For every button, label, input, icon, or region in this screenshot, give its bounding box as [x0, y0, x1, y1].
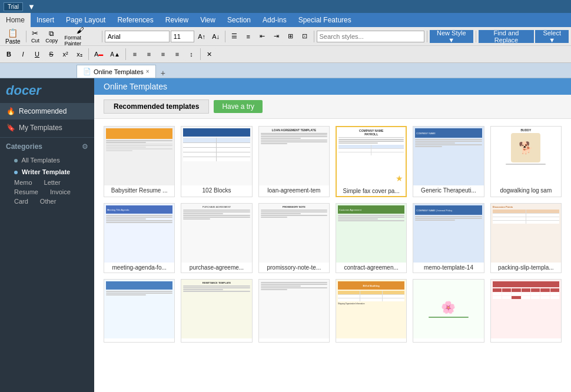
template-thumb-6: BUDDY 🐕 [491, 127, 561, 185]
template-card-10[interactable]: Customer Agreement contract-agreemen... [336, 203, 407, 273]
template-card-4[interactable]: COMPANY NAMEPAYROLL ★ Simple fax cover p… [336, 126, 407, 197]
merge-cell[interactable]: ⊡ [298, 30, 311, 43]
justify[interactable]: ≡ [171, 48, 184, 61]
menu-references[interactable]: References [111, 13, 159, 27]
list-unordered[interactable]: ☰ [228, 30, 241, 43]
template-card-18[interactable] [490, 279, 562, 343]
templates-header: Online Templates [94, 78, 571, 95]
sidebar: docer 🔥 Recommended 🔖 My Templates Categ… [0, 78, 94, 392]
template-card-7[interactable]: Meeting Title Agenda meeting-agenda-fo..… [104, 203, 175, 273]
tab-close-btn[interactable]: × [146, 68, 150, 75]
template-label-2: 102 Blocks [181, 185, 251, 195]
align-left[interactable]: ≡ [128, 48, 141, 61]
align-center[interactable]: ≡ [142, 48, 155, 61]
template-card-11[interactable]: COMPANY NAME | Internal Policy memo-temp… [413, 203, 484, 273]
bold-button[interactable]: B [2, 48, 15, 61]
template-label-18 [491, 338, 561, 342]
main-layout: docer 🔥 Recommended 🔖 My Templates Categ… [0, 78, 571, 392]
sidebar-item-memo[interactable]: Memo [14, 179, 32, 186]
underline-button[interactable]: U [31, 48, 44, 61]
cut-button[interactable]: ✂ Cut [28, 30, 42, 43]
template-card-13[interactable] [104, 279, 175, 343]
template-label-14 [181, 338, 251, 342]
sidebar-item-card[interactable]: Card [14, 198, 28, 205]
line-spacing[interactable]: ↕ [185, 48, 198, 61]
italic-button[interactable]: I [16, 48, 29, 61]
template-card-2[interactable]: 102 Blocks [181, 126, 252, 197]
strikethrough-button[interactable]: S [45, 48, 58, 61]
template-card-16[interactable]: Bill of Auditing [336, 279, 407, 343]
paste-button[interactable]: 📋 Paste [2, 30, 24, 43]
format-painter-button[interactable]: 🖌 Format Painter [61, 30, 99, 43]
template-card-17[interactable]: 🌸 [413, 279, 484, 343]
list-ordered[interactable]: ≡ [242, 30, 255, 43]
template-thumb-14: REMITTANCE TEMPLATE [181, 280, 251, 338]
template-card-14[interactable]: REMITTANCE TEMPLATE [181, 279, 252, 343]
sidebar-item-resume[interactable]: Resume [14, 188, 38, 195]
highlight-button[interactable]: A▲ [107, 48, 123, 61]
template-card-3[interactable]: LOAN AGREEMENT TEMPLATE loan-agreement-t… [258, 126, 330, 197]
subscript-button[interactable]: x₂ [73, 48, 86, 61]
fire-icon: 🔥 [6, 107, 15, 116]
table-insert[interactable]: ⊞ [284, 30, 297, 43]
online-templates-tab[interactable]: 📄 Online Templates × [77, 65, 156, 78]
copy-button[interactable]: ⧉ Copy [43, 30, 60, 43]
select-button[interactable]: Select ▼ [535, 30, 569, 43]
new-style-button[interactable]: New Style ▼ [430, 30, 473, 43]
template-label-3: loan-agreement-tem [259, 185, 329, 195]
template-thumb-13 [104, 280, 174, 338]
template-card-5[interactable]: COMPANY NAME Generic Therapeuti... [413, 126, 484, 197]
font-size-down[interactable]: A↓ [210, 30, 223, 43]
menu-special[interactable]: Special Features [293, 13, 357, 27]
recommended-tab[interactable]: Recommended templates [104, 99, 209, 114]
separator3 [225, 31, 225, 42]
template-thumb-5: COMPANY NAME [413, 127, 483, 185]
align-right[interactable]: ≡ [157, 48, 170, 61]
template-card-15[interactable] [258, 279, 330, 343]
template-card-8[interactable]: PURCHASE AGREEMENT purchase-agreeme... [181, 203, 252, 273]
menu-home[interactable]: Home [0, 13, 31, 27]
dot-icon-writer [14, 171, 18, 174]
template-label-11: memo-template-14 [413, 263, 483, 273]
menu-addins[interactable]: Add-ins [257, 13, 293, 27]
template-card-9[interactable]: PROMISSORY NOTE promissory-note-te... [258, 203, 330, 273]
style-search-input[interactable] [317, 31, 424, 42]
superscript-button[interactable]: x² [59, 48, 72, 61]
template-card-1[interactable]: Babysitter Resume ... [104, 126, 175, 197]
template-thumb-12: Discussion Points [491, 204, 561, 263]
font-size-input[interactable] [171, 31, 194, 42]
font-color-button[interactable]: A▬ [91, 48, 106, 61]
sidebar-item-invoice[interactable]: Invoice [50, 188, 71, 195]
menu-review[interactable]: Review [160, 13, 194, 27]
separator9 [200, 48, 201, 60]
trial-badge[interactable]: Trial [4, 2, 23, 11]
favorite-star-icon[interactable]: ★ [396, 174, 403, 183]
title-bar-left: Trial ▼ [4, 2, 35, 11]
template-card-12[interactable]: Discussion Points packing-slip-templa... [490, 203, 562, 273]
menu-insert[interactable]: Insert [31, 13, 60, 27]
dot-icon-all [14, 159, 18, 162]
sidebar-item-other[interactable]: Other [40, 198, 57, 205]
settings-icon[interactable]: ⚙ [82, 142, 88, 151]
find-replace-button[interactable]: Find and Replace [479, 30, 535, 43]
font-family-input[interactable] [105, 31, 170, 42]
sidebar-item-all-templates[interactable]: All Templates [0, 154, 94, 166]
template-thumb-1 [104, 127, 174, 185]
template-label-10: contract-agreemen... [336, 263, 406, 273]
menu-section[interactable]: Section [221, 13, 257, 27]
sidebar-item-my-templates[interactable]: 🔖 My Templates [0, 119, 94, 136]
indent-decrease[interactable]: ⇤ [256, 30, 269, 43]
indent-increase[interactable]: ⇥ [270, 30, 283, 43]
clear-format[interactable]: ✕ [203, 48, 216, 61]
template-label-13 [104, 338, 174, 342]
font-size-up[interactable]: A↑ [195, 30, 208, 43]
writer-template-subitems-row1: Memo Letter [0, 178, 94, 187]
sidebar-item-writer-template[interactable]: Writer Template [0, 166, 94, 178]
template-card-6[interactable]: BUDDY 🐕 dogwalking log sam [490, 126, 562, 197]
have-a-try-tab[interactable]: Have a try [214, 100, 263, 113]
menu-page-layout[interactable]: Page Layout [60, 13, 111, 27]
sidebar-item-letter[interactable]: Letter [44, 179, 61, 186]
menu-view[interactable]: View [194, 13, 221, 27]
add-tab-button[interactable]: + [157, 68, 169, 78]
sidebar-item-recommended[interactable]: 🔥 Recommended [0, 103, 94, 119]
